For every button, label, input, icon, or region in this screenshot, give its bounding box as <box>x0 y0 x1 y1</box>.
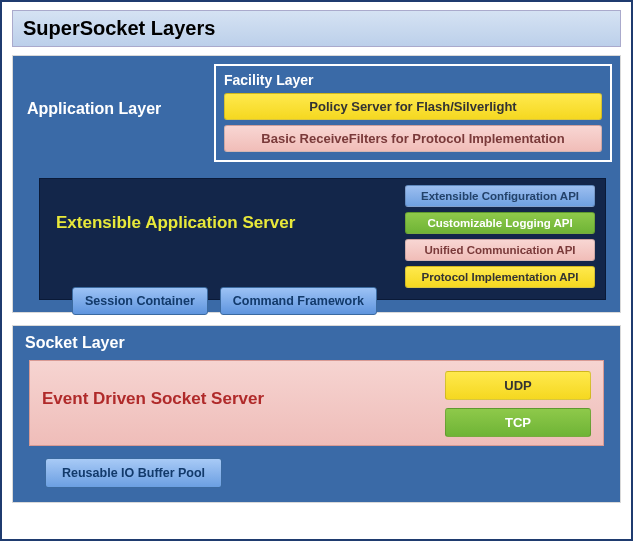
app-top-row: Application Layer Facility Layer Policy … <box>21 64 612 162</box>
session-container-box: Session Container <box>72 287 208 315</box>
event-driven-socket-server: Event Driven Socket Server UDP TCP <box>29 360 604 446</box>
diagram-container: SuperSocket Layers Application Layer Fac… <box>0 0 633 541</box>
tcp-box: TCP <box>445 408 591 437</box>
application-layer: Application Layer Facility Layer Policy … <box>12 55 621 313</box>
reusable-io-buffer-box: Reusable IO Buffer Pool <box>45 458 222 488</box>
diagram-title: SuperSocket Layers <box>12 10 621 47</box>
socket-layer: Socket Layer Event Driven Socket Server … <box>12 325 621 503</box>
logging-api-box: Customizable Logging API <box>405 212 595 234</box>
protocol-api-box: Protocol Implementation API <box>405 266 595 288</box>
communication-api-box: Unified Communication API <box>405 239 595 261</box>
protocol-column: UDP TCP <box>445 371 591 445</box>
application-layer-label: Application Layer <box>21 64 206 162</box>
udp-box: UDP <box>445 371 591 400</box>
config-api-box: Extensible Configuration API <box>405 185 595 207</box>
socket-layer-title: Socket Layer <box>25 334 610 352</box>
api-column: Extensible Configuration API Customizabl… <box>405 185 595 293</box>
command-framework-box: Command Framework <box>220 287 377 315</box>
sub-box-row: Session Container Command Framework <box>72 287 377 315</box>
facility-layer-title: Facility Layer <box>224 72 602 88</box>
extensible-app-server: Extensible Application Server Extensible… <box>39 178 606 300</box>
policy-server-box: Policy Server for Flash/Silverlight <box>224 93 602 120</box>
facility-layer: Facility Layer Policy Server for Flash/S… <box>214 64 612 162</box>
receive-filters-box: Basic ReceiveFilters for Protocol Implem… <box>224 125 602 152</box>
